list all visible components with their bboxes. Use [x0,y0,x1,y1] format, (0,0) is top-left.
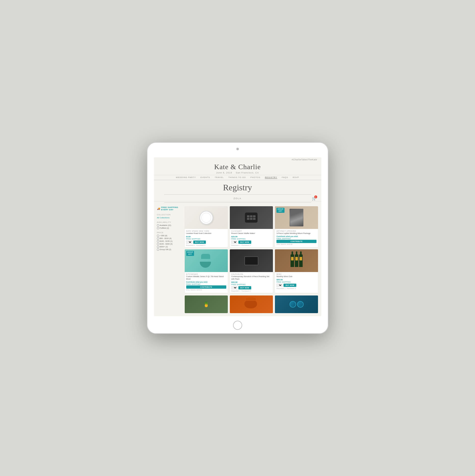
bottom-card-coasters [275,295,318,313]
product-name-waffle: Round Classic Waffle Maker [231,232,271,235]
bottle-3 [299,254,303,267]
title-divider [164,194,311,195]
buy-button-waffle[interactable]: BUY NOW [238,241,251,244]
all-collections-link[interactable]: All Collections [157,217,182,219]
mixer-visual [200,254,212,268]
hashtag-text: #CharlieTakesTheKate [292,158,317,161]
brand-winc: WINC [276,273,316,275]
nav-wedding-party[interactable]: WEDDING PARTY [176,176,196,179]
bottle-1 [291,254,294,267]
product-name-kitchenaid: Custom Metallic Series 5 Qt. Tilt-Head S… [186,275,226,280]
product-price-roasting: $99.99 [231,281,271,283]
still-needs-album: STILL NEEDS: $349.99 [276,244,316,245]
nav-faqs[interactable]: FAQS [282,176,288,179]
free-shipping-wine: FREE SHIPPING [276,281,316,283]
hashtag-bar: #CharlieTakesTheKate [154,157,321,162]
site-header: #CharlieTakesTheKate Kate & Charlie June… [154,157,321,180]
product-name-album: 3-Piece Layflat Wedding Album Package [276,232,316,235]
coaster-2 [297,301,304,308]
buy-row-waffle: 1 BUY NOW [231,241,271,244]
cart-icon[interactable]: 🛒 1 [312,196,316,200]
contribute-text-kitchenaid: Contribute what you wish [186,281,226,283]
date-location: June 8, 2019 San Francisco, CA [154,171,321,175]
tablet-frame: #CharlieTakesTheKate Kate & Charlie June… [147,142,328,334]
product-info-plates: KATE SPADE NEW YORK Larabee Road Gold Co… [185,229,228,247]
buy-button-plates[interactable]: BUY NOW [193,241,206,244]
product-image-wine [275,249,318,272]
product-image-album: GROUPGIFT [275,206,318,229]
price-150-300: $150 - $300 (9) [157,243,182,245]
product-price-wine: $59.99 [276,279,316,281]
mixer-head [201,254,210,259]
tablet-home-button[interactable] [233,321,242,330]
main-content: 🚚 FREE SHIPPING EVERY DAY COLLECTION All… [154,204,321,295]
photo-inner [290,210,303,226]
product-name-roasting: Contemporary Nonstick 4-Piece Roasting S… [231,275,271,280]
available-checkbox-item: Available (22) [157,224,182,226]
qty-select-wine[interactable]: 1 [276,284,282,287]
product-card-wine: WINC Monthly Wine Club $59.99 FREE SHIPP… [275,249,318,293]
zola-divider [164,202,311,203]
qty-select-plates[interactable]: 1 [186,241,192,244]
contribute-button-kitchenaid[interactable]: CONTRIBUTE [186,285,226,289]
mixer-bowl [200,262,211,268]
bottom-card-lecreuset [230,295,273,313]
page-title: Registry [154,183,321,192]
price-50-100-label: $50 - $100 (4) [160,237,172,240]
qty-select-roasting[interactable]: 1 [231,286,237,289]
price-under50: < $50 (8) [157,234,182,237]
buy-button-wine[interactable]: BUY NOW [283,284,296,287]
plate-visual [199,211,213,225]
nav-rsvp[interactable]: RSVP [293,176,299,179]
product-name-plates: Larabee Road Gold Collection [186,232,226,235]
main-nav: WEDDING PARTY EVENTS TRAVEL THINGS TO DO… [154,175,321,180]
qty-select-waffle[interactable]: 1 [231,241,237,244]
nav-events[interactable]: EVENTS [201,176,210,179]
price-100-150-checkbox[interactable] [157,240,159,242]
coaster-1 [290,301,296,308]
registry-title-section: Registry [154,180,321,193]
available-checkbox[interactable] [157,224,159,226]
store-name: ZOLA [234,197,242,200]
available-label: Available (22) [160,224,171,226]
price-300plus-checkbox[interactable] [157,246,159,248]
product-grid: KATE SPADE NEW YORK Larabee Road Gold Co… [185,206,318,293]
zola-bar: ZOLA 🛒 1 [154,196,321,201]
contribute-button-album[interactable]: CONTRIBUTE [276,240,316,243]
product-card-roasting: CALPHALON Contemporary Nonstick 4-Piece … [230,249,273,293]
nav-travel[interactable]: TRAVEL [215,176,224,179]
product-card-album: GROUPGIFT ARTIFACT UPRISING 3-Piece Layf… [275,206,318,247]
fulfilled-checkbox[interactable] [157,227,159,229]
still-needs-kitchenaid: STILL NEEDS: $349.99 [186,289,226,291]
product-card-kitchenaid: GROUPGIFT KITCHENAID Custom Metallic Ser… [185,249,228,293]
product-image-kitchenaid: GROUPGIFT [185,249,228,272]
price-300plus-label: $300+ (2) [160,246,168,248]
availability-label: AVAILABILITY [157,221,182,223]
brand-calphalon: CALPHALON [231,273,271,275]
pan-visual [244,256,258,265]
price-under50-label: < $50 (8) [160,234,167,237]
truck-icon: 🚚 [157,207,160,210]
couple-name: Kate & Charlie [154,162,321,171]
price-50-100-checkbox[interactable] [157,237,159,240]
bottom-products-row: 🍍 [154,295,321,316]
group-gift-badge-album: GROUPGIFT [276,208,284,213]
nav-photos[interactable]: PHOTOS [250,176,261,179]
free-shipping-roasting: FREE SHIPPING [231,284,271,285]
group-gift-badge-kitchenaid: GROUPGIFT [186,251,194,256]
price-under50-checkbox[interactable] [157,235,159,237]
price-150-300-checkbox[interactable] [157,243,159,245]
fulfilled-checkbox-item: Fulfilled (2) [157,227,182,229]
nav-things-to-do[interactable]: THINGS TO DO [228,176,246,179]
price-50-100: $50 - $100 (4) [157,237,182,240]
event-date: June 8, 2019 [216,171,232,174]
product-name-wine: Monthly Wine Club [276,275,316,278]
price-300plus: $300+ (2) [157,246,182,248]
nav-registry[interactable]: REGISTRY [265,176,277,179]
buy-button-roasting[interactable]: BUY NOW [238,286,251,289]
plate-inner [201,213,211,223]
price-group-gift-checkbox[interactable] [157,249,159,251]
product-image-waffle [230,206,273,229]
collection-filter: COLLECTION All Collections [157,214,182,219]
marble-visual: 🍍 [185,295,228,313]
